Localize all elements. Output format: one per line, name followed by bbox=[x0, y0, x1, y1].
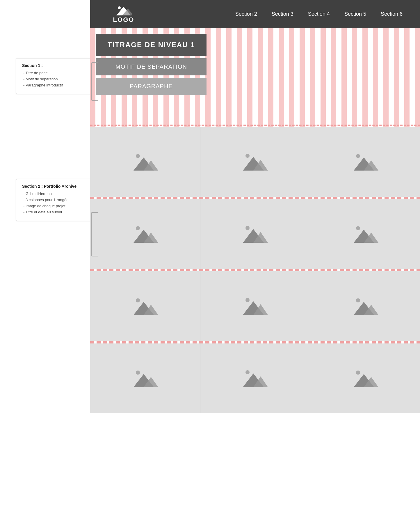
grid-row-3 bbox=[90, 271, 420, 341]
svg-point-21 bbox=[136, 298, 140, 302]
svg-point-24 bbox=[245, 298, 250, 302]
sidebar-card2-item1: - Grille d'Herman bbox=[22, 192, 86, 196]
svg-point-18 bbox=[356, 226, 360, 230]
grid-cell-4-2 bbox=[200, 343, 310, 413]
svg-point-9 bbox=[356, 154, 360, 158]
main-content: TITRAGE DE NIVEAU 1 MOTIF DE SÉPARATION … bbox=[90, 28, 420, 528]
grid-cell-1-1 bbox=[90, 127, 200, 197]
hero-separator: MOTIF DE SÉPARATION bbox=[115, 63, 187, 70]
svg-point-12 bbox=[136, 226, 140, 230]
sidebar-card2-title: Section 2 : Portfolio Archive bbox=[22, 184, 86, 189]
sidebar-card2-item2: - 3 colonnes pour 1 rangée bbox=[22, 198, 86, 202]
sidebar-card2-item4: - Titre et date au survol bbox=[22, 210, 86, 214]
mountain-icon bbox=[132, 152, 158, 172]
navbar: LOGO Section 2 Section 3 Section 4 Secti… bbox=[90, 0, 420, 28]
grid-row-2 bbox=[90, 199, 420, 269]
mountain-icon bbox=[242, 368, 268, 389]
logo-area: LOGO bbox=[102, 4, 145, 24]
paragraph-box: PARAGRAPHE bbox=[96, 78, 207, 95]
svg-point-30 bbox=[136, 371, 140, 375]
sidebar-card1-item1: - Titre de page bbox=[22, 71, 86, 75]
svg-point-6 bbox=[245, 154, 250, 158]
nav-links: Section 2 Section 3 Section 4 Section 5 … bbox=[154, 11, 408, 17]
svg-point-0 bbox=[118, 6, 121, 9]
sidebar-card-section1: Section 1 : - Titre de page - Motif de s… bbox=[16, 58, 92, 94]
image-placeholder bbox=[132, 152, 158, 172]
hero-section: TITRAGE DE NIVEAU 1 MOTIF DE SÉPARATION … bbox=[90, 28, 420, 127]
svg-point-3 bbox=[136, 154, 140, 158]
image-placeholder bbox=[132, 296, 158, 316]
grid-cell-1-2 bbox=[200, 127, 310, 197]
image-placeholder bbox=[242, 152, 268, 172]
sidebar-card1-title: Section 1 : bbox=[22, 63, 86, 68]
mountain-icon bbox=[352, 152, 378, 172]
sidebar-card1-item3: - Paragraphe introductif bbox=[22, 83, 86, 87]
title-box: TITRAGE DE NIVEAU 1 bbox=[96, 34, 207, 56]
image-placeholder bbox=[352, 152, 378, 172]
grid-cell-3-2 bbox=[200, 271, 310, 341]
mountain-icon bbox=[242, 152, 268, 172]
grid-row-divider-1 bbox=[90, 197, 420, 199]
grid-cell-2-2 bbox=[200, 199, 310, 269]
nav-link-section3[interactable]: Section 3 bbox=[272, 11, 293, 17]
mountain-icon bbox=[132, 296, 158, 316]
grid-cell-1-3 bbox=[310, 127, 420, 197]
svg-point-36 bbox=[356, 371, 360, 375]
image-placeholder bbox=[132, 368, 158, 389]
nav-link-section2[interactable]: Section 2 bbox=[235, 11, 257, 17]
bracket-connector-1 bbox=[92, 63, 98, 100]
hero-title: TITRAGE DE NIVEAU 1 bbox=[108, 41, 195, 49]
grid-cell-2-3 bbox=[310, 199, 420, 269]
bracket-connector-2 bbox=[92, 212, 98, 256]
grid-row-divider-2 bbox=[90, 269, 420, 271]
mountain-icon bbox=[352, 296, 378, 316]
mountain-icon bbox=[352, 224, 378, 244]
svg-point-15 bbox=[245, 226, 250, 230]
grid-cell-3-3 bbox=[310, 271, 420, 341]
grid-row-4 bbox=[90, 343, 420, 413]
hero-paragraph: PARAGRAPHE bbox=[130, 83, 172, 89]
mountain-icon bbox=[132, 368, 158, 389]
portfolio-grid bbox=[90, 127, 420, 413]
sidebar-card2-item3: - Image de chaque projet bbox=[22, 204, 86, 208]
grid-cell-4-3 bbox=[310, 343, 420, 413]
nav-link-section6[interactable]: Section 6 bbox=[381, 11, 403, 17]
image-placeholder bbox=[352, 368, 378, 389]
sidebar: Section 1 : - Titre de page - Motif de s… bbox=[0, 0, 90, 528]
image-placeholder bbox=[352, 296, 378, 316]
separator-box: MOTIF DE SÉPARATION bbox=[96, 58, 207, 75]
sidebar-card1-item2: - Motif de séparation bbox=[22, 77, 86, 81]
grid-cell-2-1 bbox=[90, 199, 200, 269]
mountain-icon bbox=[352, 368, 378, 389]
svg-point-33 bbox=[245, 370, 250, 374]
svg-point-27 bbox=[356, 298, 360, 302]
image-placeholder bbox=[242, 224, 268, 244]
mountain-icon bbox=[242, 224, 268, 244]
grid-row-1 bbox=[90, 127, 420, 197]
grid-row-divider-3 bbox=[90, 341, 420, 343]
image-placeholder bbox=[242, 296, 268, 316]
hero-dashed-border bbox=[90, 125, 420, 127]
hero-overlay: TITRAGE DE NIVEAU 1 MOTIF DE SÉPARATION … bbox=[96, 34, 207, 95]
sidebar-card-section2: Section 2 : Portfolio Archive - Grille d… bbox=[16, 179, 92, 221]
mountain-icon bbox=[132, 224, 158, 244]
logo-text: LOGO bbox=[113, 16, 134, 24]
image-placeholder bbox=[242, 368, 268, 389]
nav-link-section5[interactable]: Section 5 bbox=[344, 11, 366, 17]
mountain-icon bbox=[242, 296, 268, 316]
image-placeholder bbox=[132, 224, 158, 244]
logo-icon bbox=[115, 4, 132, 16]
grid-cell-4-1 bbox=[90, 343, 200, 413]
grid-cell-3-1 bbox=[90, 271, 200, 341]
image-placeholder bbox=[352, 224, 378, 244]
nav-link-section4[interactable]: Section 4 bbox=[308, 11, 330, 17]
